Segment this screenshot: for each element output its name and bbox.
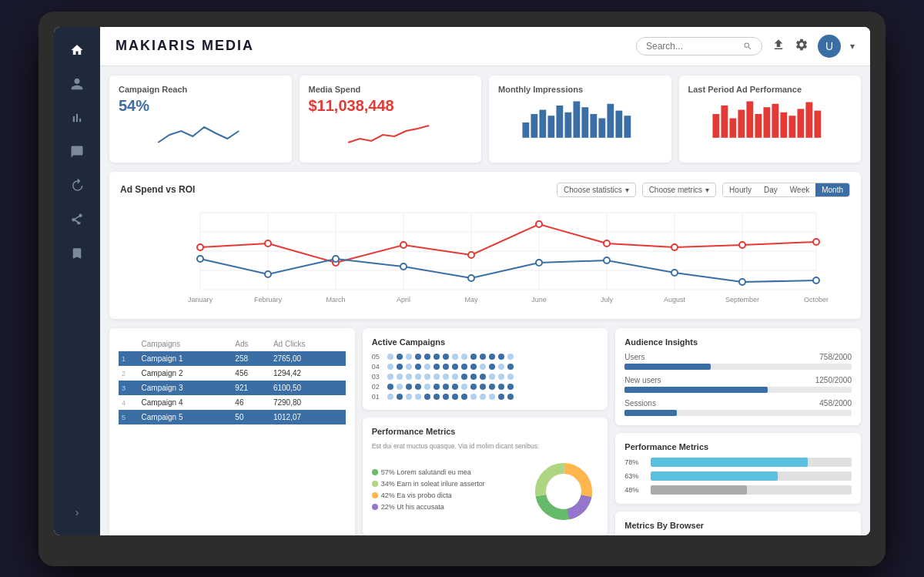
svg-point-51	[197, 256, 203, 262]
svg-text:August: August	[664, 296, 686, 304]
campaign-dot	[507, 394, 514, 400]
svg-rect-0	[522, 122, 529, 138]
col-campaigns: Campaigns	[139, 337, 233, 351]
campaign-dot	[452, 354, 458, 360]
kpi-campaign-reach-value: 54%	[119, 97, 283, 115]
search-bar[interactable]	[636, 37, 762, 55]
campaign-dot	[489, 354, 495, 360]
metrics-dropdown[interactable]: Choose metrics ▾	[642, 183, 716, 197]
kpi-media-spend-value: $11,038,448	[309, 97, 473, 115]
campaign-dot	[461, 384, 467, 390]
kpi-last-period: Last Period Ad Performance	[679, 75, 862, 163]
svg-text:April: April	[397, 296, 410, 304]
campaign-dot	[387, 354, 393, 360]
metrics-browser-title: Metrics By Browser	[624, 521, 852, 530]
camp-row-label: 02	[372, 383, 384, 391]
settings-icon[interactable]	[795, 38, 808, 55]
time-buttons: Hourly Day Week Month	[722, 183, 850, 197]
svg-text:July: July	[601, 296, 614, 304]
campaign-dot	[498, 384, 504, 390]
sidebar-item-analytics[interactable]	[63, 104, 91, 132]
active-campaigns-grid: 0504030201	[372, 353, 599, 401]
search-input[interactable]	[646, 41, 738, 52]
table-row[interactable]: 5 Campaign 5 50 1012,07	[119, 410, 346, 424]
time-btn-month[interactable]: Month	[815, 183, 849, 196]
ad-spend-chart-section: Ad Spend vs ROI Choose statistics ▾ Choo…	[109, 172, 861, 319]
svg-text:October: October	[804, 296, 829, 304]
sidebar-item-home[interactable]	[63, 36, 91, 64]
screen: › MAKIARIS MEDIA U	[54, 27, 870, 535]
middle-panels: Active Campaigns 0504030201 Performance …	[363, 328, 608, 535]
campaign-dot	[443, 364, 449, 370]
svg-text:March: March	[326, 296, 345, 304]
campaign-dot	[480, 394, 486, 400]
table-row[interactable]: 4 Campaign 4 46 7290,80	[119, 395, 346, 410]
campaign-dot	[480, 364, 486, 370]
audience-insights-panel: Audience Insights Users 758/2000 New use…	[615, 328, 861, 425]
campaign-dot	[507, 374, 514, 380]
campaign-dot	[406, 394, 412, 400]
perf-metrics-bars-title: Performance Metrics	[624, 442, 852, 451]
campaign-dot	[434, 374, 440, 380]
upload-icon[interactable]	[772, 38, 785, 55]
svg-rect-20	[772, 103, 778, 137]
campaign-dot	[406, 354, 412, 360]
camp-row-label: 03	[372, 373, 384, 381]
sidebar-item-users[interactable]	[63, 70, 91, 98]
campaign-dot	[434, 354, 440, 360]
col-clicks: Ad Clicks	[270, 337, 346, 351]
campaign-dot	[452, 394, 458, 400]
campaign-dot	[387, 384, 393, 390]
perf-metrics-description: Est dui erat muctus quasque. Via id moli…	[372, 442, 599, 451]
line-chart-svg: January February March April May June Ju…	[120, 205, 850, 305]
sidebar-expand-button[interactable]: ›	[75, 506, 79, 526]
campaign-dot	[443, 394, 449, 400]
active-camp-row: 03	[372, 373, 599, 381]
insight-item: Sessions 458/2000	[624, 399, 852, 416]
campaign-dot	[406, 384, 412, 390]
time-btn-week[interactable]: Week	[784, 183, 815, 196]
campaign-dot	[507, 354, 514, 360]
chart-controls: Choose statistics ▾ Choose metrics ▾ Hou…	[557, 183, 850, 197]
svg-rect-2	[539, 109, 546, 137]
sidebar-item-bookmarks[interactable]	[63, 240, 91, 267]
campaign-dot	[470, 364, 477, 370]
time-btn-hourly[interactable]: Hourly	[723, 183, 758, 196]
campaign-dot	[480, 354, 486, 360]
media-spend-chart	[309, 119, 473, 150]
statistics-dropdown[interactable]: Choose statistics ▾	[557, 183, 636, 197]
perf-metrics-donut-title: Performance Metrics	[372, 427, 599, 436]
svg-rect-3	[547, 116, 554, 138]
svg-point-52	[265, 271, 271, 277]
avatar[interactable]: U	[818, 35, 841, 58]
campaign-dot	[461, 394, 467, 400]
campaign-dot	[415, 394, 421, 400]
svg-rect-23	[797, 109, 804, 137]
campaign-dot	[424, 364, 430, 370]
svg-rect-25	[814, 110, 821, 137]
svg-point-57	[604, 257, 610, 263]
sidebar-item-share[interactable]	[63, 206, 91, 233]
table-row[interactable]: 1 Campaign 1 258 2765,00	[119, 351, 346, 366]
svg-point-54	[400, 263, 407, 270]
chart-header: Ad Spend vs ROI Choose statistics ▾ Choo…	[120, 183, 850, 197]
donut-chart	[529, 457, 598, 526]
campaigns-table: Campaigns Ads Ad Clicks 1 Campaign 1 258…	[119, 337, 346, 424]
time-btn-day[interactable]: Day	[758, 183, 784, 196]
header-right: U ▾	[636, 35, 855, 58]
table-row[interactable]: 3 Campaign 3 921 6100,50	[119, 381, 346, 395]
svg-rect-22	[788, 116, 795, 138]
perf-bar-item: 78%	[624, 458, 852, 467]
sidebar-item-history[interactable]	[63, 172, 91, 200]
campaign-dot	[470, 354, 477, 360]
legend-item: 42% Ea vis probo dicta	[372, 491, 522, 499]
campaign-dot	[489, 374, 495, 380]
campaign-dot	[443, 384, 449, 390]
chevron-down-icon[interactable]: ▾	[850, 41, 855, 52]
campaign-dot	[470, 374, 477, 380]
table-row[interactable]: 2 Campaign 2 456 1294,42	[119, 366, 346, 381]
sidebar-item-messages[interactable]	[63, 138, 91, 166]
campaign-dot	[470, 394, 477, 400]
svg-rect-7	[581, 107, 588, 138]
donut-legend: 57% Lorem salutandi eu mea34% Earn in so…	[372, 468, 522, 515]
